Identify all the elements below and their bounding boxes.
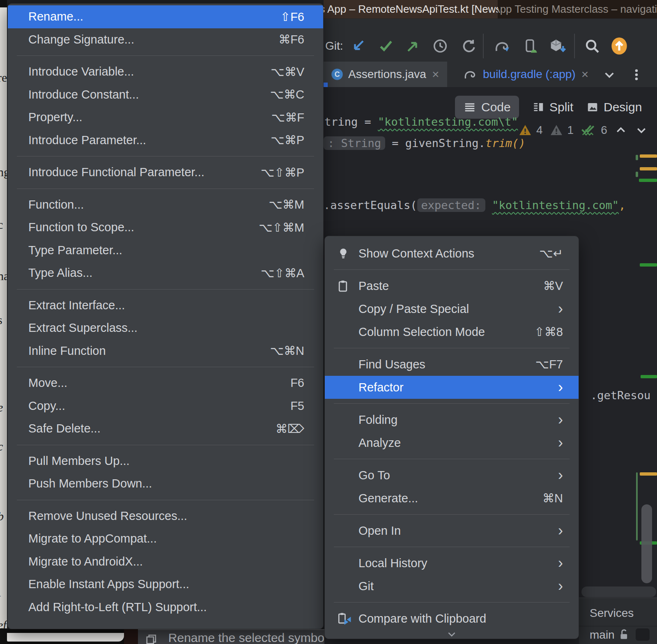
titlebar-active-window[interactable]: News App – RemoteNewsApiTest.kt [News_A.… [324, 0, 498, 18]
menu-item-generate[interactable]: Generate...⌘N [325, 487, 579, 510]
close-icon[interactable]: × [431, 68, 440, 80]
menu-item-change-signature[interactable]: Change Signature...⌘F6 [8, 28, 323, 51]
doc-text-fragment: b [0, 509, 4, 523]
doc-text-fragment: c [0, 218, 3, 232]
status-icon-button[interactable] [636, 628, 650, 641]
git-branch[interactable]: main [590, 628, 615, 642]
git-update-project-button[interactable] [349, 37, 367, 55]
device-manager-button[interactable] [521, 37, 540, 55]
menu-item-analyze[interactable]: Analyze› [325, 431, 579, 454]
update-arrow-icon [610, 36, 628, 56]
code-line-1[interactable]: tring = "kotlintesting.com\t" [324, 115, 518, 128]
menu-item-label: Remove Unused Resources... [28, 509, 187, 523]
warning-stripe[interactable] [640, 472, 657, 476]
menu-item-copy[interactable]: Copy...F5 [8, 395, 323, 418]
menu-item-introduce-parameter[interactable]: Introduce Parameter...⌥⌘P [8, 129, 323, 152]
chevron-up-icon[interactable] [614, 124, 628, 136]
search-everywhere-button[interactable] [583, 37, 601, 55]
menu-item-introduce-variable[interactable]: Introduce Variable...⌥⌘V [8, 60, 323, 83]
menu-item-column-selection-mode[interactable]: Column Selection Mode⇧⌘8 [325, 320, 579, 343]
menu-item-type-alias[interactable]: Type Alias...⌥⇧⌘A [8, 262, 323, 285]
lock-button[interactable] [618, 628, 630, 641]
menu-item-folding[interactable]: Folding› [325, 408, 579, 431]
menu-separator [17, 189, 314, 189]
menu-item-copy-paste-special[interactable]: Copy / Paste Special› [325, 297, 579, 320]
menu-item-compare-with-clipboard[interactable]: Compare with Clipboard [325, 607, 579, 630]
menu-item-show-context-actions[interactable]: Show Context Actions⌥↵ [325, 242, 579, 265]
menu-item-label: Property... [28, 110, 83, 124]
ok-stripe [641, 375, 657, 378]
menu-item-extract-interface[interactable]: Extract Interface... [8, 294, 323, 317]
menu-item-refactor[interactable]: Refactor› [325, 376, 579, 399]
menu-item-shortcut: ⌥⇧⌘A [261, 266, 304, 280]
menu-item-introduce-functional-parameter[interactable]: Introduce Functional Parameter...⌥⇧⌘P [8, 161, 323, 184]
menu-item-inline-function[interactable]: Inline Function⌥⌘N [8, 340, 323, 363]
menu-item-function-to-scope[interactable]: Function to Scope...⌥⇧⌘M [8, 216, 323, 239]
tab-list-dropdown[interactable] [600, 66, 618, 84]
sdk-download-button[interactable] [549, 37, 567, 55]
menu-item-shortcut: ⌥⌘N [270, 344, 304, 358]
menu-separator [17, 156, 314, 156]
menu-item-go-to[interactable]: Go To› [325, 464, 579, 487]
unlocked-padlock-icon [618, 628, 630, 641]
menu-item-label: Safe Delete... [28, 422, 101, 435]
menu-item-type-parameter[interactable]: Type Parameter... [8, 239, 323, 262]
code-fragment[interactable]: .getResou [590, 389, 650, 402]
gradle-sync-button[interactable] [494, 37, 512, 55]
doc-text-fragment: i [0, 585, 1, 599]
mode-label: Design [604, 100, 642, 114]
scroll-more-icon[interactable] [446, 631, 457, 638]
titlebar-inactive-window[interactable]: News App Testing Masterclass – navigatio… [498, 0, 657, 18]
tab-assertions-java[interactable]: C Assertions.java × [324, 62, 447, 87]
main-toolbar [324, 18, 657, 62]
chevron-down-icon[interactable] [634, 124, 648, 136]
menu-item-introduce-constant[interactable]: Introduce Constant...⌥⌘C [8, 83, 323, 106]
menu-item-extract-superclass[interactable]: Extract Superclass... [8, 317, 323, 340]
menu-item-rename[interactable]: Rename...⇧F6 [8, 5, 323, 28]
menu-item-label: Compare with Clipboard [358, 612, 486, 626]
code-line-2[interactable]: : String = givenString.trim() [324, 137, 525, 150]
passed-count: 6 [601, 124, 607, 137]
tab-build-gradle[interactable]: build.gradle (:app) × [456, 62, 597, 87]
menu-item-local-history[interactable]: Local History› [325, 552, 579, 575]
menu-item-migrate-to-appcompat[interactable]: Migrate to AppCompat... [8, 527, 323, 550]
tab-options-menu[interactable] [627, 66, 646, 84]
mode-design-button[interactable]: Design [578, 96, 650, 119]
code-line-3[interactable]: .assertEquals(expected: "kotlintesting.c… [324, 199, 625, 212]
refactor-menu: Rename...⇧F6Change Signature...⌘F6Introd… [7, 3, 324, 629]
menu-item-remove-unused-resources[interactable]: Remove Unused Resources... [8, 505, 323, 528]
menu-item-migrate-to-androidx[interactable]: Migrate to AndroidX... [8, 550, 323, 573]
menu-item-open-in[interactable]: Open In› [325, 519, 579, 542]
menu-item-label: Local History [358, 557, 427, 570]
menu-item-label: Introduce Variable... [28, 65, 134, 78]
git-label: Git: [325, 39, 343, 53]
arrow-up-right-icon [406, 39, 420, 53]
warning-stripe[interactable] [640, 167, 657, 170]
horizontal-scrollbar[interactable] [581, 586, 656, 597]
menu-item-paste[interactable]: Paste⌘V [325, 274, 579, 297]
menu-item-enable-instant-apps-support[interactable]: Enable Instant Apps Support... [8, 573, 323, 596]
git-push-button[interactable] [404, 37, 422, 55]
close-icon[interactable]: × [581, 68, 590, 80]
tool-window-services[interactable]: Services [590, 607, 634, 620]
menu-item-find-usages[interactable]: Find Usages⌥F7 [325, 353, 579, 376]
menu-item-move[interactable]: Move...F6 [8, 372, 323, 395]
menu-item-add-right-to-left-rtl-support[interactable]: Add Right-to-Left (RTL) Support... [8, 596, 323, 619]
git-commit-button[interactable] [377, 37, 395, 55]
menu-item-git[interactable]: Git› [325, 575, 579, 598]
menu-item-property[interactable]: Property...⌥⌘F [8, 106, 323, 129]
doc-text-fragment: na [0, 269, 7, 283]
mode-split-button[interactable]: Split [524, 96, 581, 119]
inspection-widget[interactable]: 4 1 6 [518, 123, 648, 137]
vertical-scrollbar[interactable] [641, 504, 652, 583]
menu-item-push-members-down[interactable]: Push Members Down... [8, 472, 323, 495]
ide-update-button[interactable] [610, 37, 628, 55]
history-button[interactable] [431, 37, 449, 55]
menu-item-pull-members-up[interactable]: Pull Members Up... [8, 450, 323, 473]
menu-item-safe-delete[interactable]: Safe Delete...⌘⌦ [8, 417, 323, 440]
background-document: re ng c na s e c b i ef [0, 0, 7, 644]
menu-item-function[interactable]: Function...⌥⌘M [8, 193, 323, 216]
rollback-button[interactable] [459, 37, 477, 55]
warning-stripe[interactable] [640, 154, 657, 158]
menu-separator [334, 403, 570, 404]
